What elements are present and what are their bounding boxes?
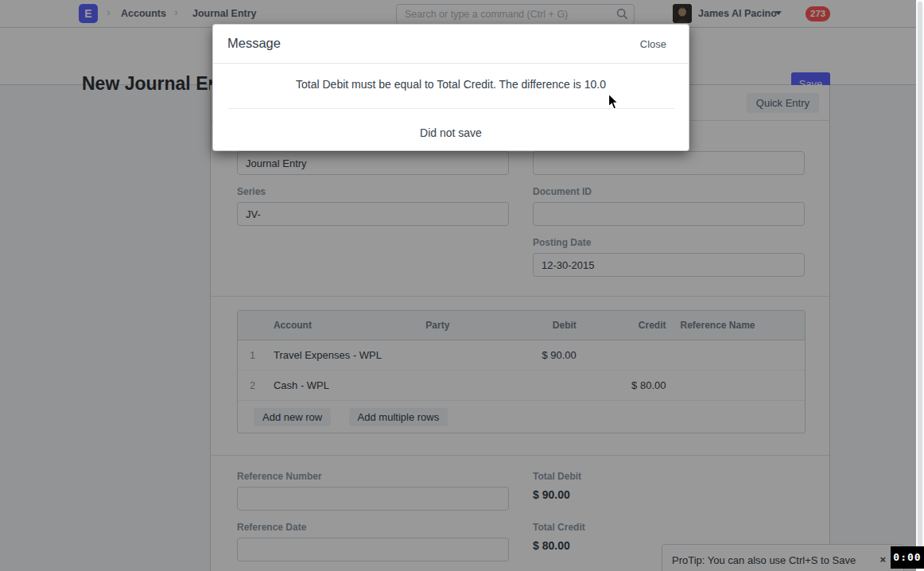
recording-timer: 0:00 <box>891 546 924 569</box>
app-window: E › Accounts › Journal Entry James Al Pa… <box>0 0 924 571</box>
scrollbar-thumb[interactable] <box>918 2 922 568</box>
mouse-cursor <box>608 93 619 111</box>
message-dialog: Message Close Total Debit must be equal … <box>212 24 689 151</box>
dialog-header-divider <box>213 63 689 64</box>
dialog-close-button[interactable]: Close <box>640 38 666 50</box>
dialog-message: Total Debit must be equal to Total Credi… <box>213 78 689 91</box>
dialog-title: Message <box>227 36 281 51</box>
scrollbar-track[interactable] <box>916 0 924 571</box>
dialog-footer-note: Did not save <box>213 126 689 139</box>
